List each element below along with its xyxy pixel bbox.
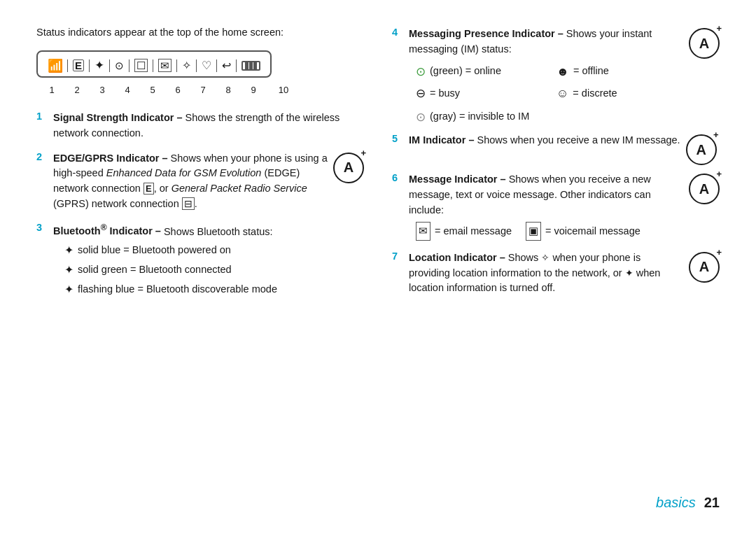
a-letter: A bbox=[344, 160, 354, 176]
item-3-bold: Bluetooth® Indicator – bbox=[53, 225, 161, 237]
offline-label: = offline bbox=[573, 64, 609, 79]
battery-icon bbox=[241, 61, 260, 71]
im-indicator-icon: ☐ bbox=[134, 59, 148, 72]
icon-num-1: 1 bbox=[39, 85, 64, 95]
voicemail-item: ▣ = voicemail message bbox=[526, 222, 640, 241]
divider-5 bbox=[153, 59, 153, 72]
ringer-icon: ♡ bbox=[202, 60, 211, 71]
item-7-icon: A + bbox=[689, 252, 720, 283]
item-5-icon: A + bbox=[686, 134, 717, 165]
voicemail-icon: ▣ bbox=[526, 222, 541, 241]
item-7-content: Location Indicator – Shows ✧ when your p… bbox=[409, 251, 683, 296]
busy-icon: ⊖ bbox=[416, 85, 426, 103]
status-bar-box: 📶 E ✦ ⊙ ☐ bbox=[36, 50, 272, 78]
item-1: 1 Signal Strength Indicator – Shows the … bbox=[36, 111, 364, 141]
bt-sub-3: ✦ flashing blue = Bluetooth discoverable… bbox=[64, 281, 364, 298]
location-sym-1: ✧ bbox=[541, 252, 550, 263]
item-7: 7 Location Indicator – Shows ✧ when your… bbox=[392, 251, 720, 296]
icon-num-7: 7 bbox=[190, 85, 216, 95]
item-7-num: 7 bbox=[392, 251, 403, 296]
plus-sup-4: + bbox=[716, 23, 722, 34]
icon-num-5: 5 bbox=[140, 85, 165, 95]
item-4-bold: Messaging Presence Indicator – bbox=[409, 28, 564, 39]
divider-2 bbox=[89, 59, 90, 72]
icon-num-8: 8 bbox=[216, 85, 241, 95]
divider-6 bbox=[176, 59, 177, 72]
item-2: 2 EDGE/GPRS Indicator – Shows when your … bbox=[36, 151, 364, 212]
bt-label-2: solid green = Bluetooth connected bbox=[78, 262, 232, 278]
bluetooth-icon: ✦ bbox=[94, 59, 104, 71]
icon-numbers-row: 1 2 3 4 5 6 7 8 9 10 bbox=[36, 85, 364, 95]
item-6-content: Message Indicator – Shows when you recei… bbox=[409, 172, 683, 244]
item-1-num: 1 bbox=[36, 111, 48, 141]
item-3: 3 Bluetooth® Indicator – Shows Bluetooth… bbox=[36, 222, 364, 302]
im-offline: ☻ = offline bbox=[556, 63, 683, 81]
edge-symbol: E bbox=[144, 183, 154, 195]
item-5: 5 IM Indicator – Shows when you receive … bbox=[392, 133, 720, 165]
footer: basics 21 bbox=[36, 488, 720, 511]
bt-icon-3: ✦ bbox=[64, 281, 74, 298]
item-1-content: Signal Strength Indicator – Shows the st… bbox=[53, 111, 364, 141]
icon-num-3: 3 bbox=[90, 85, 115, 95]
status-icons: 📶 E ✦ ⊙ ☐ bbox=[48, 59, 260, 72]
left-column: Status indicators appear at the top of t… bbox=[36, 27, 364, 488]
item-6-icon: A + bbox=[689, 174, 720, 204]
icon-num-4: 4 bbox=[115, 85, 140, 95]
item-5-content: IM Indicator – Shows when you receive a … bbox=[409, 133, 680, 148]
bt-label-1: solid blue = Bluetooth powered on bbox=[78, 243, 231, 258]
voicemail-label: = voicemail message bbox=[545, 224, 640, 239]
location-icon: ✧ bbox=[182, 60, 191, 71]
plus-sup-5: + bbox=[713, 129, 719, 140]
item-6: 6 Message Indicator – Shows when you rec… bbox=[392, 172, 720, 244]
content-area: Status indicators appear at the top of t… bbox=[36, 27, 720, 488]
icon-num-9: 9 bbox=[241, 85, 266, 95]
item-2-italic2: General Packet Radio Service bbox=[172, 183, 307, 194]
page: Status indicators appear at the top of t… bbox=[0, 0, 756, 536]
divider-7 bbox=[196, 59, 197, 72]
item-5-with-icon: IM Indicator – Shows when you receive a … bbox=[409, 133, 717, 165]
item-2-with-icon: EDGE/GPRS Indicator – Shows when your ph… bbox=[53, 151, 364, 212]
icon-num-6: 6 bbox=[165, 85, 190, 95]
edge-icon: E bbox=[73, 59, 84, 71]
msg-indicator-row: ✉ = email message ▣ = voicemail message bbox=[416, 222, 683, 241]
item-6-bold: Message Indicator – bbox=[409, 174, 506, 185]
invisible-icon: ⊙ bbox=[416, 108, 426, 127]
message-icon: ✉ bbox=[158, 59, 172, 72]
im-presence-icon: ⊙ bbox=[115, 60, 124, 71]
call-forward-icon: ↩ bbox=[222, 60, 231, 71]
item-7-bold: Location Indicator – bbox=[409, 252, 505, 263]
icon-num-2: 2 bbox=[64, 85, 90, 95]
a-letter-6: A bbox=[699, 181, 709, 197]
location-sym-2: ✦ bbox=[625, 267, 634, 278]
plus-sup-6: + bbox=[716, 169, 722, 179]
a-letter-5: A bbox=[696, 142, 706, 158]
item-6-num: 6 bbox=[392, 172, 403, 244]
item-4-icon: A + bbox=[689, 28, 720, 59]
item-3-num: 3 bbox=[36, 222, 48, 302]
im-invisible: ⊙ (gray) = invisible to IM bbox=[416, 108, 683, 127]
divider-3 bbox=[109, 59, 110, 72]
invisible-label: (gray) = invisible to IM bbox=[430, 109, 529, 125]
discrete-icon: ☺ bbox=[556, 85, 568, 103]
discrete-label: = discrete bbox=[573, 86, 617, 101]
bt-label-3: flashing blue = Bluetooth discoverable m… bbox=[78, 282, 277, 297]
footer-basics-label: basics bbox=[656, 495, 696, 511]
email-msg-icon: ✉ bbox=[416, 222, 430, 241]
item-2-content: EDGE/GPRS Indicator – Shows when your ph… bbox=[53, 151, 328, 212]
status-bar-illustration: 📶 E ✦ ⊙ ☐ bbox=[36, 50, 364, 95]
bt-sub-1: ✦ solid blue = Bluetooth powered on bbox=[64, 242, 364, 259]
signal-bar-icon: 📶 bbox=[48, 59, 62, 72]
divider-4 bbox=[129, 59, 130, 72]
offline-icon: ☻ bbox=[556, 63, 569, 81]
im-busy: ⊖ = busy bbox=[416, 85, 542, 103]
item-4-num: 4 bbox=[392, 27, 403, 129]
email-msg-label: = email message bbox=[435, 224, 512, 239]
a-letter-4: A bbox=[699, 36, 709, 52]
item-5-bold: IM Indicator – bbox=[409, 134, 474, 146]
gprs-symbol: ⊟ bbox=[182, 197, 195, 210]
footer-page-num: 21 bbox=[704, 495, 720, 511]
plus-superscript: + bbox=[360, 148, 366, 158]
item-2-icon: A + bbox=[333, 153, 364, 183]
intro-text: Status indicators appear at the top of t… bbox=[36, 27, 364, 38]
online-icon: ⊙ bbox=[416, 63, 426, 81]
